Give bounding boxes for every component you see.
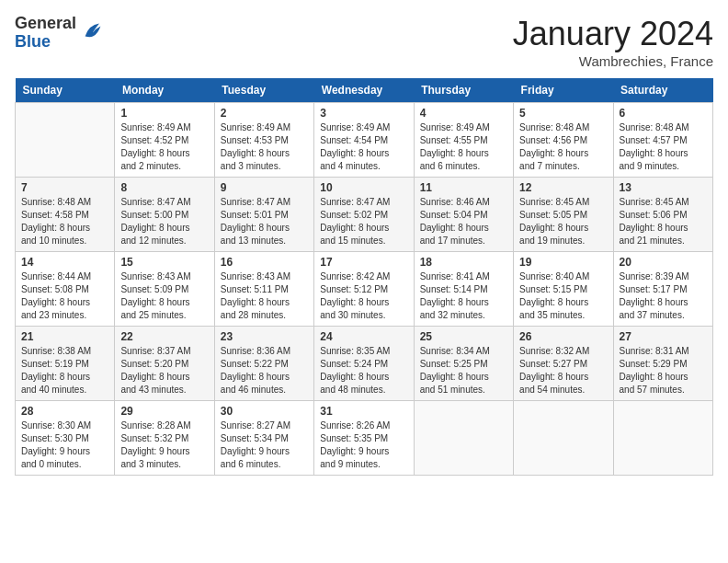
day-info: Sunrise: 8:34 AM Sunset: 5:25 PM Dayligh…	[420, 345, 507, 396]
day-number: 3	[320, 107, 407, 120]
day-number: 19	[519, 256, 607, 269]
day-info: Sunrise: 8:35 AM Sunset: 5:24 PM Dayligh…	[320, 345, 407, 396]
logo-bird-icon	[80, 18, 106, 44]
calendar-cell: 23Sunrise: 8:36 AM Sunset: 5:22 PM Dayli…	[214, 327, 313, 401]
calendar-cell: 25Sunrise: 8:34 AM Sunset: 5:25 PM Dayli…	[414, 327, 513, 401]
day-info: Sunrise: 8:49 AM Sunset: 4:53 PM Dayligh…	[221, 121, 308, 173]
day-number: 28	[21, 405, 108, 418]
day-info: Sunrise: 8:47 AM Sunset: 5:00 PM Dayligh…	[120, 196, 208, 247]
calendar-week-2: 7Sunrise: 8:48 AM Sunset: 4:58 PM Daylig…	[16, 178, 713, 252]
weekday-header-thursday: Thursday	[414, 78, 513, 103]
calendar-cell: 24Sunrise: 8:35 AM Sunset: 5:24 PM Dayli…	[314, 327, 414, 401]
weekday-header-friday: Friday	[514, 78, 613, 103]
logo: General Blue	[15, 15, 106, 52]
calendar-cell: 13Sunrise: 8:45 AM Sunset: 5:06 PM Dayli…	[613, 178, 712, 252]
calendar-cell: 15Sunrise: 8:43 AM Sunset: 5:09 PM Dayli…	[115, 252, 214, 327]
calendar-header: SundayMondayTuesdayWednesdayThursdayFrid…	[16, 78, 713, 103]
day-info: Sunrise: 8:44 AM Sunset: 5:08 PM Dayligh…	[21, 270, 108, 322]
day-info: Sunrise: 8:48 AM Sunset: 4:58 PM Dayligh…	[21, 196, 108, 247]
calendar-cell: 7Sunrise: 8:48 AM Sunset: 4:58 PM Daylig…	[16, 178, 115, 252]
day-number: 7	[21, 181, 108, 194]
day-number: 27	[620, 330, 707, 343]
calendar-table: SundayMondayTuesdayWednesdayThursdayFrid…	[15, 78, 713, 476]
calendar-cell: 29Sunrise: 8:28 AM Sunset: 5:32 PM Dayli…	[115, 401, 214, 476]
calendar-cell: 18Sunrise: 8:41 AM Sunset: 5:14 PM Dayli…	[414, 252, 513, 327]
day-number: 2	[221, 107, 308, 120]
calendar-cell: 4Sunrise: 8:49 AM Sunset: 4:55 PM Daylig…	[414, 103, 513, 178]
calendar-cell: 30Sunrise: 8:27 AM Sunset: 5:34 PM Dayli…	[214, 401, 313, 476]
day-info: Sunrise: 8:27 AM Sunset: 5:34 PM Dayligh…	[221, 419, 308, 471]
calendar-cell: 20Sunrise: 8:39 AM Sunset: 5:17 PM Dayli…	[613, 252, 712, 327]
day-info: Sunrise: 8:28 AM Sunset: 5:32 PM Dayligh…	[120, 419, 208, 471]
calendar-cell	[514, 401, 613, 476]
day-info: Sunrise: 8:48 AM Sunset: 4:56 PM Dayligh…	[519, 121, 607, 173]
day-info: Sunrise: 8:49 AM Sunset: 4:54 PM Dayligh…	[320, 121, 407, 173]
calendar-cell: 14Sunrise: 8:44 AM Sunset: 5:08 PM Dayli…	[16, 252, 115, 327]
calendar-cell: 10Sunrise: 8:47 AM Sunset: 5:02 PM Dayli…	[314, 178, 414, 252]
calendar-cell	[613, 401, 712, 476]
weekday-header-saturday: Saturday	[613, 78, 712, 103]
day-info: Sunrise: 8:40 AM Sunset: 5:15 PM Dayligh…	[519, 270, 607, 322]
calendar-cell: 9Sunrise: 8:47 AM Sunset: 5:01 PM Daylig…	[214, 178, 313, 252]
logo-blue: Blue	[15, 33, 76, 52]
calendar-cell: 28Sunrise: 8:30 AM Sunset: 5:30 PM Dayli…	[16, 401, 115, 476]
calendar-cell: 22Sunrise: 8:37 AM Sunset: 5:20 PM Dayli…	[115, 327, 214, 401]
calendar-cell: 1Sunrise: 8:49 AM Sunset: 4:52 PM Daylig…	[115, 103, 214, 178]
day-info: Sunrise: 8:39 AM Sunset: 5:17 PM Dayligh…	[620, 270, 707, 322]
title-block: January 2024 Wambrechies, France	[513, 15, 713, 69]
calendar-cell: 3Sunrise: 8:49 AM Sunset: 4:54 PM Daylig…	[314, 103, 414, 178]
day-number: 15	[120, 256, 208, 269]
day-info: Sunrise: 8:43 AM Sunset: 5:11 PM Dayligh…	[221, 270, 308, 322]
day-number: 18	[420, 256, 507, 269]
day-number: 29	[120, 405, 208, 418]
day-number: 14	[21, 256, 108, 269]
day-info: Sunrise: 8:41 AM Sunset: 5:14 PM Dayligh…	[420, 270, 507, 322]
day-number: 1	[120, 107, 208, 120]
calendar-cell: 17Sunrise: 8:42 AM Sunset: 5:12 PM Dayli…	[314, 252, 414, 327]
calendar-cell: 26Sunrise: 8:32 AM Sunset: 5:27 PM Dayli…	[514, 327, 613, 401]
day-number: 30	[221, 405, 308, 418]
day-info: Sunrise: 8:36 AM Sunset: 5:22 PM Dayligh…	[221, 345, 308, 396]
day-info: Sunrise: 8:31 AM Sunset: 5:29 PM Dayligh…	[620, 345, 707, 396]
calendar-body: 1Sunrise: 8:49 AM Sunset: 4:52 PM Daylig…	[16, 103, 713, 476]
calendar-cell: 8Sunrise: 8:47 AM Sunset: 5:00 PM Daylig…	[115, 178, 214, 252]
day-number: 8	[120, 181, 208, 194]
day-number: 9	[221, 181, 308, 194]
day-number: 16	[221, 256, 308, 269]
calendar-cell	[414, 401, 513, 476]
weekday-header-monday: Monday	[115, 78, 214, 103]
day-info: Sunrise: 8:49 AM Sunset: 4:52 PM Dayligh…	[120, 121, 208, 173]
day-number: 10	[320, 181, 407, 194]
day-number: 25	[420, 330, 507, 343]
calendar-cell	[16, 103, 115, 178]
day-info: Sunrise: 8:26 AM Sunset: 5:35 PM Dayligh…	[320, 419, 407, 471]
calendar-week-1: 1Sunrise: 8:49 AM Sunset: 4:52 PM Daylig…	[16, 103, 713, 178]
calendar-cell: 2Sunrise: 8:49 AM Sunset: 4:53 PM Daylig…	[214, 103, 313, 178]
day-number: 5	[519, 107, 607, 120]
day-number: 24	[320, 330, 407, 343]
day-number: 6	[620, 107, 707, 120]
calendar-week-5: 28Sunrise: 8:30 AM Sunset: 5:30 PM Dayli…	[16, 401, 713, 476]
day-number: 13	[620, 181, 707, 194]
day-info: Sunrise: 8:47 AM Sunset: 5:02 PM Dayligh…	[320, 196, 407, 247]
calendar-cell: 6Sunrise: 8:48 AM Sunset: 4:57 PM Daylig…	[613, 103, 712, 178]
logo-general: General	[15, 15, 76, 33]
day-number: 31	[320, 405, 407, 418]
day-info: Sunrise: 8:30 AM Sunset: 5:30 PM Dayligh…	[21, 419, 108, 471]
calendar-week-4: 21Sunrise: 8:38 AM Sunset: 5:19 PM Dayli…	[16, 327, 713, 401]
day-number: 4	[420, 107, 507, 120]
day-number: 22	[120, 330, 208, 343]
weekday-header-row: SundayMondayTuesdayWednesdayThursdayFrid…	[16, 78, 713, 103]
calendar-cell: 16Sunrise: 8:43 AM Sunset: 5:11 PM Dayli…	[214, 252, 313, 327]
weekday-header-tuesday: Tuesday	[214, 78, 313, 103]
calendar-cell: 19Sunrise: 8:40 AM Sunset: 5:15 PM Dayli…	[514, 252, 613, 327]
day-number: 12	[519, 181, 607, 194]
day-info: Sunrise: 8:48 AM Sunset: 4:57 PM Dayligh…	[620, 121, 707, 173]
weekday-header-sunday: Sunday	[16, 78, 115, 103]
day-info: Sunrise: 8:42 AM Sunset: 5:12 PM Dayligh…	[320, 270, 407, 322]
day-info: Sunrise: 8:32 AM Sunset: 5:27 PM Dayligh…	[519, 345, 607, 396]
calendar-cell: 21Sunrise: 8:38 AM Sunset: 5:19 PM Dayli…	[16, 327, 115, 401]
calendar-cell: 5Sunrise: 8:48 AM Sunset: 4:56 PM Daylig…	[514, 103, 613, 178]
month-title: January 2024	[513, 15, 713, 53]
day-info: Sunrise: 8:45 AM Sunset: 5:05 PM Dayligh…	[519, 196, 607, 247]
